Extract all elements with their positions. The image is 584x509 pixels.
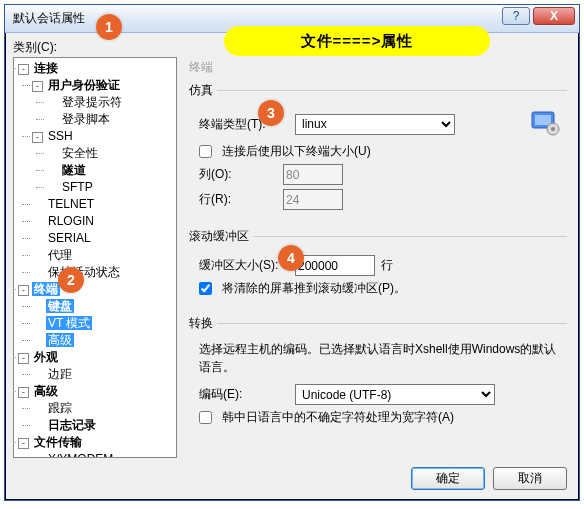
svg-point-3 <box>551 127 555 131</box>
buffer-size-unit: 行 <box>381 257 393 274</box>
use-terminal-size-label: 连接后使用以下终端大小(U) <box>222 143 371 160</box>
tree-advanced[interactable]: 高级 <box>46 333 74 347</box>
tree-ssh[interactable]: SSH <box>46 129 75 143</box>
close-button[interactable]: X <box>533 7 575 25</box>
tree-sftp[interactable]: SFTP <box>60 180 95 194</box>
tree-proxy[interactable]: 代理 <box>46 248 74 262</box>
tree-keyboard[interactable]: 键盘 <box>46 299 74 313</box>
ok-button[interactable]: 确定 <box>411 467 485 490</box>
annotation-badge-3: 3 <box>258 100 284 126</box>
cols-label: 列(O): <box>199 166 277 183</box>
tree-auth[interactable]: 用户身份验证 <box>46 78 122 92</box>
tree-vtmode[interactable]: VT 模式 <box>46 316 92 330</box>
tree-filetrans[interactable]: 文件传输 <box>32 435 84 449</box>
tree-security[interactable]: 安全性 <box>60 146 100 160</box>
svg-rect-1 <box>535 115 551 125</box>
cols-input <box>283 164 343 185</box>
tree-xymodem[interactable]: X/YMODEM <box>46 452 115 458</box>
encoding-desc: 选择远程主机的编码。已选择默认语言时Xshell使用Windows的默认语言。 <box>199 340 563 376</box>
tree-tunnel[interactable]: 隧道 <box>60 163 88 177</box>
encoding-select[interactable]: Unicode (UTF-8) <box>295 384 495 405</box>
expand-icon[interactable]: - <box>32 132 43 143</box>
expand-icon[interactable]: - <box>18 285 29 296</box>
push-clear-checkbox[interactable] <box>199 282 212 295</box>
use-terminal-size-checkbox[interactable] <box>199 145 212 158</box>
expand-icon[interactable]: - <box>18 438 29 449</box>
rows-input <box>283 189 343 210</box>
tree-loginscript[interactable]: 登录脚本 <box>60 112 112 126</box>
cjk-wide-checkbox[interactable] <box>199 411 212 424</box>
tree-loginprompt[interactable]: 登录提示符 <box>60 95 124 109</box>
expand-icon[interactable]: - <box>18 387 29 398</box>
annotation-badge-2: 2 <box>58 267 84 293</box>
tree-trace[interactable]: 跟踪 <box>46 401 74 415</box>
cjk-wide-label: 韩中日语言中的不确定字符处理为宽字符(A) <box>222 409 454 426</box>
tree-terminal[interactable]: 终端 <box>32 282 60 296</box>
encoding-label: 编码(E): <box>199 386 289 403</box>
rows-label: 行(R): <box>199 191 277 208</box>
tree-margin[interactable]: 边距 <box>46 367 74 381</box>
dialog-title: 默认会话属性 <box>13 10 85 27</box>
help-button[interactable]: ? <box>502 7 530 25</box>
group-emulation: 仿真 <box>189 82 217 99</box>
group-scroll: 滚动缓冲区 <box>189 228 253 245</box>
tree-advanced2[interactable]: 高级 <box>32 384 60 398</box>
tree-serial[interactable]: SERIAL <box>46 231 93 245</box>
group-encoding: 转换 <box>189 315 217 332</box>
tree-telnet[interactable]: TELNET <box>46 197 96 211</box>
annotation-badge-4: 4 <box>278 245 304 271</box>
expand-icon[interactable]: - <box>18 64 29 75</box>
push-clear-label: 将清除的屏幕推到滚动缓冲区(P)。 <box>222 280 406 297</box>
category-label: 类别(C): <box>13 39 57 56</box>
tree-rlogin[interactable]: RLOGIN <box>46 214 96 228</box>
tree-logging[interactable]: 日志记录 <box>46 418 98 432</box>
tree-appearance[interactable]: 外观 <box>32 350 60 364</box>
buffer-size-label: 缓冲区大小(S): <box>199 257 289 274</box>
buffer-size-input[interactable] <box>295 255 375 276</box>
settings-pane: 终端 仿真 终端类型(T): linux <box>185 57 571 458</box>
terminal-settings-icon[interactable] <box>529 109 563 139</box>
annotation-banner: 文件====>属性 <box>224 26 490 56</box>
cancel-button[interactable]: 取消 <box>493 467 567 490</box>
annotation-badge-1: 1 <box>96 14 122 40</box>
pane-title: 终端 <box>185 57 571 80</box>
terminal-type-select[interactable]: linux <box>295 114 455 135</box>
category-tree[interactable]: -连接 -用户身份验证 登录提示符 登录脚本 -SSH 安全性 隧道 <box>13 57 177 458</box>
expand-icon[interactable]: - <box>18 353 29 364</box>
tree-connection[interactable]: 连接 <box>32 61 60 75</box>
expand-icon[interactable]: - <box>32 81 43 92</box>
